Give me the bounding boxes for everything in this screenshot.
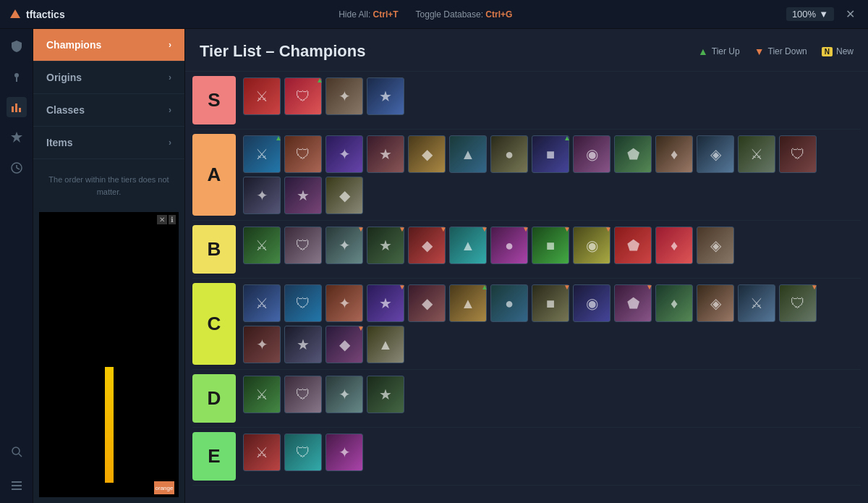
champion-icon[interactable]: ◉▼ (573, 227, 610, 264)
tier-table: S⚔🛡▲✦★A⚔▲🛡✦★◆▲●■▲◉⬟♦◈⚔🛡✦★◆B⚔🛡✦▼★▼◆▼▲▼●▼■… (185, 72, 868, 486)
sidebar-icon-star[interactable] (7, 127, 27, 148)
champion-icon[interactable]: ♦ (655, 135, 693, 173)
champion-icon[interactable]: ✦ (326, 376, 363, 413)
champion-icon[interactable]: ✦ (326, 434, 363, 471)
champion-icon[interactable]: ▲ (449, 135, 487, 173)
content-area[interactable]: Tier List – Champions ▲ Tier Up ▼ Tier D… (185, 29, 868, 503)
champion-portrait: ⚔ (243, 227, 281, 264)
champion-icon[interactable]: ◆ (326, 177, 363, 214)
champion-icon[interactable]: 🛡 (284, 284, 322, 322)
champion-icon[interactable]: ⚔▲ (243, 135, 281, 173)
champion-icon[interactable]: ✦ (326, 284, 363, 322)
champion-icon[interactable]: ⚔ (243, 284, 281, 322)
nav-item-champions[interactable]: Champions › (33, 29, 184, 62)
tier-down-badge: ▼ (522, 224, 530, 233)
champion-icon[interactable]: ⬟ (614, 135, 652, 173)
champion-portrait: ⚔ (243, 284, 281, 322)
champion-icon[interactable]: ◆▼ (326, 326, 363, 363)
legend-tier-down: ▼ Tier Down (754, 46, 807, 57)
champion-icon[interactable]: ▲▼ (449, 227, 487, 264)
champion-icon[interactable]: ⬟▼ (614, 284, 652, 322)
tier-row-c: C⚔🛡✦★▼◆▲▲●■▼◉⬟▼♦◈⚔🛡▼✦★◆▼▲ (192, 279, 861, 370)
champion-icon[interactable]: ★ (284, 177, 322, 214)
nav-item-origins[interactable]: Origins › (33, 62, 184, 94)
champion-icon[interactable]: ◆ (408, 135, 446, 173)
champion-icon[interactable]: ◉ (573, 284, 610, 322)
champion-portrait: ⚔ (243, 376, 281, 413)
champion-portrait: ⬟ (614, 227, 652, 264)
champion-icon[interactable]: ⚔ (243, 227, 281, 264)
app-name: tftactics (26, 9, 65, 20)
champion-icon[interactable]: ■▼ (532, 227, 569, 264)
champion-icon[interactable]: ◈ (697, 227, 734, 264)
svg-line-9 (17, 168, 20, 169)
champion-icon[interactable]: 🛡 (284, 135, 322, 173)
svg-point-1 (14, 73, 19, 77)
champion-icon[interactable]: ◆▼ (408, 227, 446, 264)
champion-icon[interactable]: ✦▼ (326, 227, 363, 264)
champion-icon[interactable]: ⚔ (243, 434, 281, 471)
champion-icon[interactable]: ✦ (326, 135, 363, 173)
champion-icon[interactable]: ✦ (243, 326, 281, 363)
champion-icon[interactable]: ● (490, 135, 528, 173)
champion-icon[interactable]: ⚔ (738, 284, 775, 322)
champion-icon[interactable]: 🛡▲ (284, 77, 322, 115)
champion-icon[interactable]: 🛡 (779, 135, 817, 173)
champion-icon[interactable]: ■▲ (532, 135, 569, 173)
ad-close-btn[interactable]: ✕ (157, 215, 167, 224)
champion-icon[interactable]: ◉ (573, 135, 610, 173)
champion-icon[interactable]: ⬟ (614, 227, 652, 264)
champion-icon[interactable]: ⚔ (243, 77, 281, 115)
champion-icon[interactable]: 🛡 (284, 227, 322, 264)
nav-item-items[interactable]: Items › (33, 127, 184, 159)
champion-portrait: ⚔ (243, 434, 281, 471)
champion-icon[interactable]: ◆ (408, 284, 446, 322)
nav-item-classes[interactable]: Classes › (33, 94, 184, 127)
champion-icon[interactable]: ●▼ (490, 227, 528, 264)
close-button[interactable]: ✕ (841, 4, 859, 24)
sidebar-icon-chart[interactable] (7, 97, 27, 117)
champion-icon[interactable]: ★ (284, 326, 322, 363)
champion-portrait: ✦ (326, 376, 363, 413)
tier-down-badge: ▼ (645, 282, 654, 291)
champion-portrait: ◆ (326, 177, 363, 214)
champion-icon[interactable]: ◈ (697, 135, 734, 173)
sidebar-icon-search[interactable] (7, 445, 27, 465)
champion-icon[interactable]: ★▼ (367, 284, 404, 322)
champion-icon[interactable]: ● (490, 284, 528, 322)
champion-icon[interactable]: ♦ (655, 284, 693, 322)
champion-icon[interactable]: ★▼ (367, 227, 404, 264)
sidebar-icon-pin[interactable] (7, 67, 27, 87)
nav-sidebar: Champions › Origins › Classes › Items › … (33, 29, 185, 503)
champion-icon[interactable]: ♦ (655, 227, 693, 264)
champion-icon[interactable]: ✦ (243, 177, 281, 214)
champion-icon[interactable]: ◈ (697, 284, 734, 322)
champion-icon[interactable]: ▲ (367, 326, 404, 363)
champion-icon[interactable]: ▲▲ (449, 284, 487, 322)
sidebar-icon-clock[interactable] (7, 158, 27, 178)
sidebar-icon-shield[interactable] (7, 36, 27, 56)
svg-point-10 (12, 447, 20, 455)
tier-champs-s: ⚔🛡▲✦★ (236, 72, 861, 129)
champion-icon[interactable]: ⚔ (738, 135, 775, 173)
zoom-arrow-icon: ▼ (819, 9, 828, 20)
champion-icon[interactable]: ⚔ (243, 376, 281, 413)
champion-icon[interactable]: ★ (367, 376, 404, 413)
tier-up-icon: ▲ (698, 46, 708, 57)
champion-icon[interactable]: ✦ (326, 77, 363, 115)
ad-info-btn[interactable]: ℹ (169, 215, 176, 224)
svg-rect-12 (12, 481, 22, 483)
champion-icon[interactable]: ★ (367, 135, 404, 173)
champion-icon[interactable]: 🛡▼ (779, 284, 817, 322)
nav-info-text: The order within the tiers does not matt… (33, 159, 184, 212)
zoom-control[interactable]: 100% ▼ (786, 7, 834, 21)
icon-sidebar (0, 29, 33, 503)
champion-icon[interactable]: 🛡 (284, 376, 322, 413)
champion-icon[interactable]: ★ (367, 77, 404, 115)
svg-marker-6 (11, 132, 22, 143)
tier-down-badge: ▼ (563, 224, 571, 233)
champion-icon[interactable]: 🛡 (284, 434, 322, 471)
tier-label-a: A (192, 134, 236, 216)
sidebar-icon-list[interactable] (7, 475, 27, 496)
champion-icon[interactable]: ■▼ (532, 284, 569, 322)
